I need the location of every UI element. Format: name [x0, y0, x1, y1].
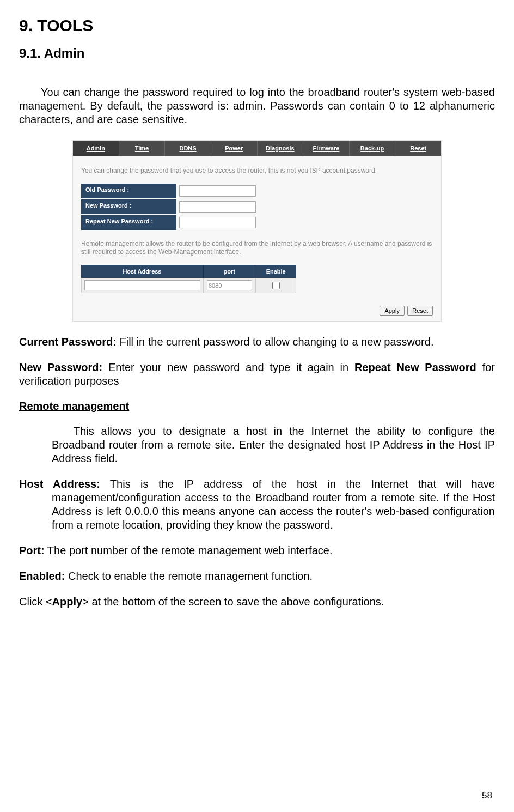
click-apply-note: Click <Apply> at the bottom of the scree…	[19, 595, 495, 609]
tab-power[interactable]: Power	[211, 141, 258, 156]
new-password-input[interactable]	[179, 201, 256, 213]
tab-reset[interactable]: Reset	[395, 141, 441, 156]
help-text-password: You can change the password that you use…	[81, 167, 433, 175]
section-title: 9.1. Admin	[19, 46, 495, 61]
def-current-password: Current Password: Fill in the current pa…	[19, 335, 495, 349]
tab-bar: Admin Time DDNS Power Diagnosis Firmware…	[73, 141, 441, 156]
remote-management-body: This allows you to designate a host in t…	[19, 425, 495, 465]
intro-paragraph: You can change the password required to …	[19, 86, 495, 126]
remote-management-heading: Remote management	[19, 400, 495, 413]
tab-firmware[interactable]: Firmware	[303, 141, 350, 156]
def-enabled: Enabled: Check to enable the remote mana…	[19, 569, 495, 583]
tab-diagnosis[interactable]: Diagnosis	[258, 141, 304, 156]
help-text-remote: Remote management allows the router to b…	[81, 240, 433, 257]
port-input[interactable]	[207, 280, 252, 290]
page-title: 9. TOOLS	[19, 16, 495, 35]
def-new-password: New Password: Enter your new password an…	[19, 361, 495, 388]
reset-button[interactable]: Reset	[407, 306, 433, 316]
tab-ddns[interactable]: DDNS	[165, 141, 211, 156]
th-host-address: Host Address	[81, 265, 204, 278]
enable-checkbox[interactable]	[272, 282, 280, 289]
old-password-label: Old Password :	[81, 184, 176, 198]
def-host-address: Host Address: This is the IP address of …	[19, 477, 495, 532]
th-enable: Enable	[255, 265, 296, 278]
th-port: port	[204, 265, 256, 278]
old-password-input[interactable]	[179, 185, 256, 197]
new-password-label: New Password :	[81, 199, 176, 214]
tab-admin[interactable]: Admin	[73, 141, 119, 156]
apply-button[interactable]: Apply	[380, 306, 405, 316]
tab-time[interactable]: Time	[119, 141, 166, 156]
host-address-input[interactable]	[84, 280, 200, 290]
def-port: Port: The port number of the remote mana…	[19, 544, 495, 558]
router-admin-screenshot: Admin Time DDNS Power Diagnosis Firmware…	[72, 140, 442, 322]
repeat-password-label: Repeat New Password :	[81, 215, 176, 230]
repeat-password-input[interactable]	[179, 217, 256, 228]
tab-backup[interactable]: Back-up	[350, 141, 396, 156]
